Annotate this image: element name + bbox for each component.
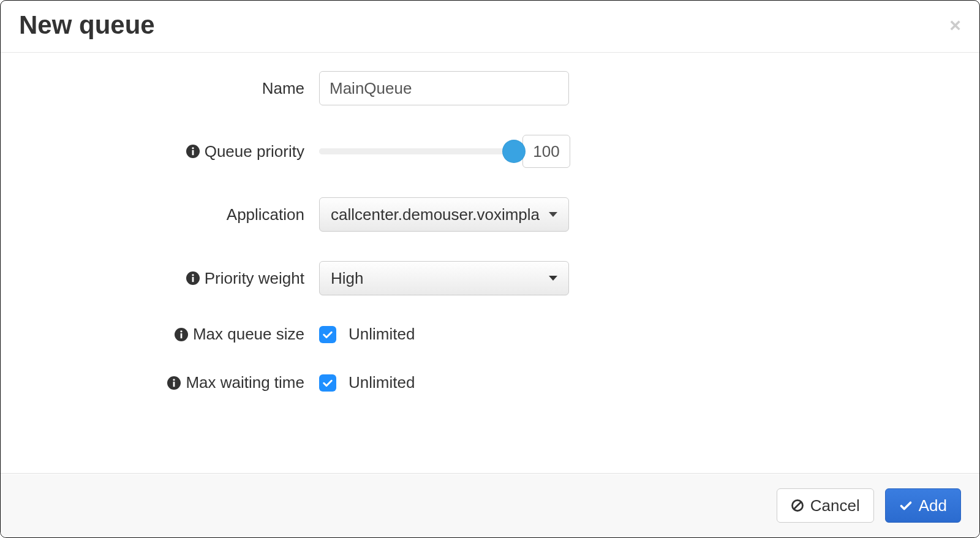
add-button-label: Add xyxy=(919,498,947,513)
row-priority-weight: Priority weight High xyxy=(19,261,961,295)
info-icon[interactable] xyxy=(167,376,181,390)
cancel-button[interactable]: Cancel xyxy=(777,488,874,523)
label-max-waiting-time: Max waiting time xyxy=(19,373,319,392)
priority-weight-select[interactable]: High xyxy=(319,261,569,295)
modal-header: New queue × xyxy=(1,1,979,53)
info-icon[interactable] xyxy=(186,271,200,285)
slider-thumb[interactable] xyxy=(502,140,526,163)
label-max-queue-size-text: Max queue size xyxy=(193,325,304,344)
name-input[interactable] xyxy=(319,71,569,105)
control-priority-weight: High xyxy=(319,261,569,295)
svg-rect-7 xyxy=(181,333,183,338)
application-selected-text: callcenter.demouser.voximpla xyxy=(331,205,540,224)
chevron-down-icon xyxy=(549,276,557,281)
queue-priority-slider[interactable] xyxy=(319,148,514,154)
control-max-waiting-time: Unlimited xyxy=(319,373,415,392)
max-queue-size-unlimited-label: Unlimited xyxy=(349,325,415,344)
control-queue-priority xyxy=(319,135,570,168)
max-waiting-time-unlimited-label: Unlimited xyxy=(349,373,415,392)
label-name: Name xyxy=(19,79,319,98)
row-max-queue-size: Max queue size Unlimited xyxy=(19,325,961,344)
info-icon[interactable] xyxy=(175,328,188,341)
row-name: Name xyxy=(19,71,961,105)
svg-point-5 xyxy=(192,274,194,276)
priority-weight-selected-text: High xyxy=(331,269,363,287)
label-queue-priority-text: Queue priority xyxy=(205,142,304,161)
application-select[interactable]: callcenter.demouser.voximpla xyxy=(319,197,569,232)
svg-line-13 xyxy=(794,502,801,509)
info-icon[interactable] xyxy=(186,145,200,158)
control-application: callcenter.demouser.voximpla xyxy=(319,197,569,232)
slider-fill xyxy=(319,148,514,154)
label-priority-weight: Priority weight xyxy=(19,269,319,288)
control-name xyxy=(319,71,569,105)
queue-priority-value-input[interactable] xyxy=(522,135,570,168)
svg-point-11 xyxy=(173,379,175,381)
modal-body: Name Queue priority xyxy=(1,53,979,473)
label-application-text: Application xyxy=(227,205,304,224)
label-priority-weight-text: Priority weight xyxy=(205,269,304,288)
new-queue-modal: New queue × Name Queue priority xyxy=(0,0,980,538)
svg-point-8 xyxy=(180,330,182,332)
svg-rect-1 xyxy=(192,150,194,155)
checkmark-icon xyxy=(899,499,913,512)
label-queue-priority: Queue priority xyxy=(19,142,319,161)
max-queue-size-unlimited-checkbox[interactable] xyxy=(319,326,336,343)
modal-title: New queue xyxy=(19,10,155,40)
svg-rect-10 xyxy=(173,381,175,386)
svg-point-2 xyxy=(192,147,194,149)
row-queue-priority: Queue priority xyxy=(19,135,961,168)
label-max-queue-size: Max queue size xyxy=(19,325,319,344)
ban-icon xyxy=(791,499,804,512)
label-max-waiting-time-text: Max waiting time xyxy=(186,373,304,392)
close-icon[interactable]: × xyxy=(949,15,961,35)
row-application: Application callcenter.demouser.voximpla xyxy=(19,197,961,232)
modal-footer: Cancel Add xyxy=(1,473,979,537)
row-max-waiting-time: Max waiting time Unlimited xyxy=(19,373,961,392)
label-name-text: Name xyxy=(262,79,304,98)
control-max-queue-size: Unlimited xyxy=(319,325,415,344)
max-waiting-time-unlimited-checkbox[interactable] xyxy=(319,374,336,392)
label-application: Application xyxy=(19,205,319,224)
cancel-button-label: Cancel xyxy=(810,498,860,513)
add-button[interactable]: Add xyxy=(885,488,961,523)
svg-rect-4 xyxy=(192,277,194,282)
chevron-down-icon xyxy=(549,212,557,217)
